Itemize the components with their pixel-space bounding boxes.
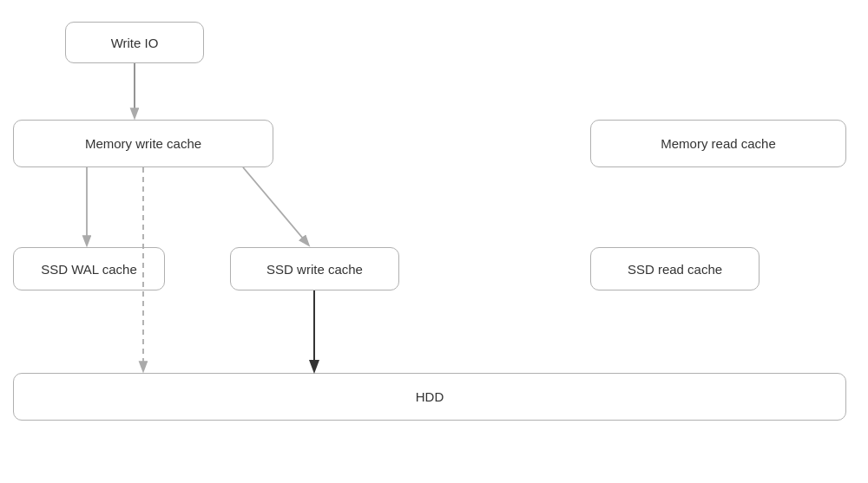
hdd-node: HDD <box>13 373 846 421</box>
ssd-write-cache-node: SSD write cache <box>230 247 399 290</box>
memory-write-to-ssd-write-arrow <box>243 167 308 245</box>
ssd-wal-cache-node: SSD WAL cache <box>13 247 165 290</box>
memory-read-cache-node: Memory read cache <box>590 120 846 167</box>
ssd-read-cache-node: SSD read cache <box>590 247 760 290</box>
memory-write-cache-node: Memory write cache <box>13 120 273 167</box>
write-io-node: Write IO <box>65 22 204 63</box>
diagram-container: Write IO Memory write cache Memory read … <box>0 0 868 483</box>
